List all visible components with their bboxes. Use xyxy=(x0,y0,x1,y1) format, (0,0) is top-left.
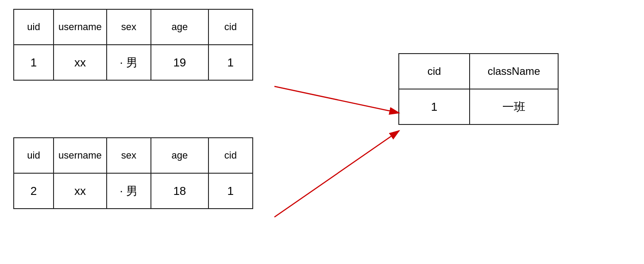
table1-data-row: 1 xx · 男 19 1 xyxy=(14,45,253,80)
table3-data-row: 1 一班 xyxy=(399,89,558,124)
class-table: cid className 1 一班 xyxy=(398,53,559,125)
diagram-container: uid username sex age cid 1 xx · 男 19 1 u… xyxy=(0,0,644,264)
table2-uid-val: 2 xyxy=(14,173,54,209)
table1-username-val: xx xyxy=(54,45,107,80)
table2-age-val: 18 xyxy=(151,173,208,209)
table1-col-username: username xyxy=(54,9,107,45)
student-table-2: uid username sex age cid 2 xx · 男 18 1 xyxy=(13,137,253,209)
table2-col-username: username xyxy=(54,138,107,173)
table2-col-age: age xyxy=(151,138,208,173)
table1-uid-val: 1 xyxy=(14,45,54,80)
student-table-1: uid username sex age cid 1 xx · 男 19 1 xyxy=(13,9,253,81)
table1-col-cid: cid xyxy=(208,9,253,45)
table2-header-row: uid username sex age cid xyxy=(14,138,253,173)
table1-col-age: age xyxy=(151,9,208,45)
table1-age-val: 19 xyxy=(151,45,208,80)
table3-col-cid: cid xyxy=(399,54,470,89)
table3-col-classname: className xyxy=(470,54,558,89)
table1-col-sex: sex xyxy=(107,9,151,45)
table2-col-uid: uid xyxy=(14,138,54,173)
table2-username-val: xx xyxy=(54,173,107,209)
table1-sex-val: · 男 xyxy=(107,45,151,80)
table2-col-cid: cid xyxy=(208,138,253,173)
table2-cid-val: 1 xyxy=(208,173,253,209)
table1-col-uid: uid xyxy=(14,9,54,45)
table3-header-row: cid className xyxy=(399,54,558,89)
table2-col-sex: sex xyxy=(107,138,151,173)
table1-header-row: uid username sex age cid xyxy=(14,9,253,45)
table3-cid-val: 1 xyxy=(399,89,470,124)
arrow1-line xyxy=(274,86,399,113)
arrow2-line xyxy=(274,131,399,217)
table2-sex-val: · 男 xyxy=(107,173,151,209)
table2-data-row: 2 xx · 男 18 1 xyxy=(14,173,253,209)
table1-cid-val: 1 xyxy=(208,45,253,80)
table3-classname-val: 一班 xyxy=(470,89,558,124)
